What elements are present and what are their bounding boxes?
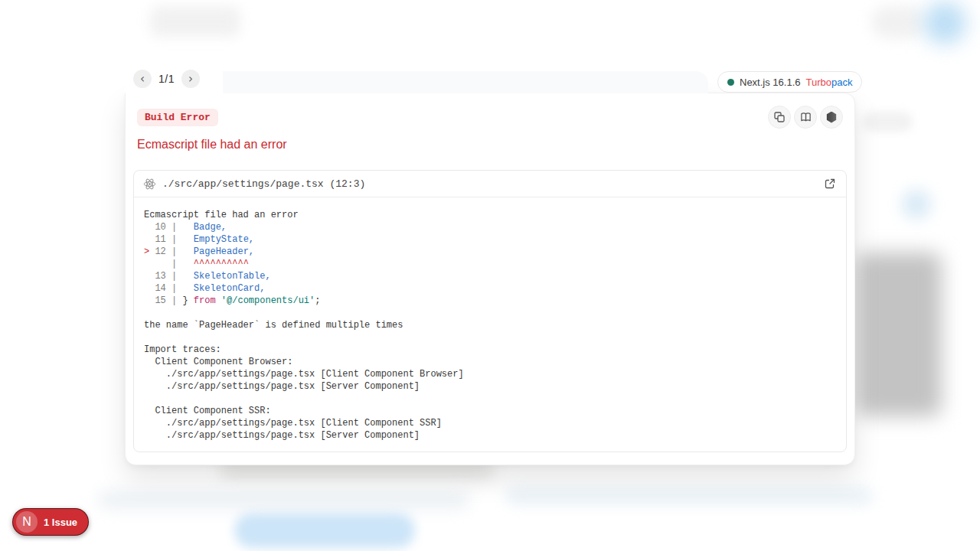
background-blur-topbar bbox=[150, 6, 240, 37]
previous-error-button[interactable]: ‹ bbox=[133, 70, 152, 88]
background-blur-right-pill bbox=[862, 112, 913, 132]
code-frame: ./src/app/settings/page.tsx (12:3) Ecmas… bbox=[133, 170, 847, 452]
issue-count-label: 1 Issue bbox=[44, 517, 77, 528]
code-line: Client Component SSR: bbox=[144, 405, 846, 417]
code-line: | ^^^^^^^^^^ bbox=[144, 258, 846, 270]
code-line: Import traces: bbox=[144, 344, 846, 356]
error-pagination-count: 1/1 bbox=[158, 73, 175, 85]
next-error-button[interactable]: › bbox=[181, 70, 200, 88]
docs-button[interactable] bbox=[794, 106, 817, 129]
status-dot-icon bbox=[727, 79, 734, 86]
code-line: ./src/app/settings/page.tsx [Server Comp… bbox=[144, 380, 846, 393]
code-line: ./src/app/settings/page.tsx [Client Comp… bbox=[144, 417, 846, 429]
overlay-header-strip bbox=[218, 71, 708, 93]
code-line: Client Component Browser: bbox=[144, 356, 846, 368]
open-in-editor-button[interactable] bbox=[823, 177, 837, 191]
code-block: Ecmascript file had an error 10 | Badge,… bbox=[134, 197, 846, 442]
code-frame-header: ./src/app/settings/page.tsx (12:3) bbox=[134, 171, 846, 197]
error-title: Ecmascript file had an error bbox=[137, 138, 287, 152]
code-line bbox=[144, 307, 846, 319]
pack-text: pack bbox=[831, 77, 852, 88]
nodejs-hexagon-icon bbox=[826, 112, 837, 123]
code-line: 13 | SkeletonTable, bbox=[144, 270, 846, 282]
copy-icon bbox=[774, 112, 785, 122]
code-line: ./src/app/settings/page.tsx [Server Comp… bbox=[144, 429, 846, 442]
runtime-toggle-button[interactable] bbox=[820, 106, 843, 129]
book-icon bbox=[800, 112, 812, 122]
background-blur-avatar bbox=[923, 2, 966, 44]
code-line: ./src/app/settings/page.tsx [Client Comp… bbox=[144, 368, 846, 380]
code-line: the name `PageHeader` is defined multipl… bbox=[144, 319, 846, 331]
error-pagination-tab: ‹ 1/1 › bbox=[125, 64, 223, 93]
code-line: 10 | Badge, bbox=[144, 221, 846, 233]
code-line bbox=[144, 393, 846, 405]
version-label: Next.js 16.1.6 bbox=[740, 77, 801, 88]
code-line: > 12 | PageHeader, bbox=[144, 246, 846, 258]
nextjs-version-badge: Next.js 16.1.6 Turbopack bbox=[717, 71, 862, 93]
react-atom-icon bbox=[143, 178, 156, 191]
error-file-path: ./src/app/settings/page.tsx (12:3) bbox=[162, 178, 817, 190]
code-line: 11 | EmptyState, bbox=[144, 233, 846, 246]
code-line: Ecmascript file had an error bbox=[144, 209, 846, 221]
turbo-text: Turbo bbox=[806, 77, 831, 88]
code-line: 14 | SkeletonCard, bbox=[144, 282, 846, 295]
error-overlay-dialog: Build Error bbox=[125, 93, 855, 465]
background-blur-bottom-row-1 bbox=[98, 490, 470, 510]
page: ‹ 1/1 › Next.js 16.1.6 Turbopack Build E… bbox=[0, 0, 980, 551]
background-blur-topright-gray bbox=[871, 6, 925, 38]
error-type-badge: Build Error bbox=[137, 109, 218, 126]
issue-count-indicator[interactable]: N 1 Issue bbox=[12, 508, 89, 536]
background-blur-right-panel bbox=[856, 253, 942, 416]
copy-error-button[interactable] bbox=[768, 106, 791, 129]
error-dialog-header: Build Error bbox=[137, 105, 843, 129]
external-link-icon bbox=[825, 178, 835, 189]
background-blur-blue-button bbox=[234, 513, 415, 548]
turbopack-label: Turbopack bbox=[806, 77, 853, 88]
error-toolbar bbox=[768, 106, 843, 129]
nextjs-logo-icon: N bbox=[16, 511, 38, 533]
background-blur-right-dot bbox=[902, 190, 931, 219]
code-line: 15 | } from '@/components/ui'; bbox=[144, 295, 846, 307]
background-blur-bottom-row-2 bbox=[505, 487, 873, 505]
code-line bbox=[144, 331, 846, 344]
